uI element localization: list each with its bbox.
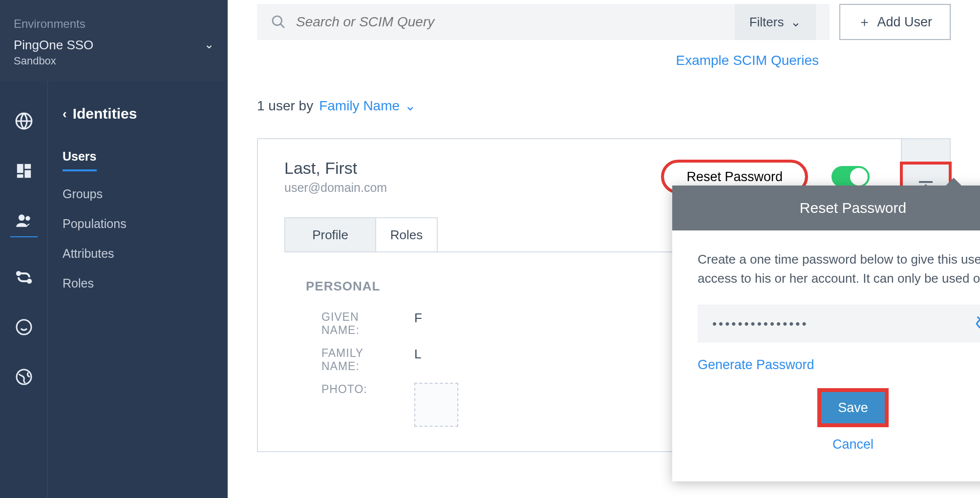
icon-rail [0,81,48,498]
back-caret-icon: ‹ [63,106,67,122]
svg-point-6 [25,216,30,221]
svg-rect-1 [17,164,23,173]
svg-point-5 [18,214,24,221]
search-wrapper: Filters ⌄ [257,4,830,40]
tab-roles[interactable]: Roles [375,217,438,251]
photo-placeholder [414,383,458,427]
filters-button[interactable]: Filters ⌄ [735,4,816,40]
sidebar-item-populations[interactable]: Populations [63,209,213,239]
add-user-button[interactable]: ＋ Add User [839,4,951,40]
environment-header: Environments PingOne SSO Sandbox ⌄ [0,0,228,81]
toolbar: Filters ⌄ ＋ Add User [257,0,951,44]
generate-password-link[interactable]: Generate Password [698,357,980,373]
sidebar-item-roles[interactable]: Roles [63,269,213,298]
save-button[interactable]: Save [821,392,885,423]
svg-rect-4 [17,174,23,178]
sidebar-item-groups[interactable]: Groups [63,179,213,209]
svg-rect-2 [24,164,31,169]
sidebar-item-users[interactable]: Users [63,142,213,179]
submenu-title[interactable]: ‹ Identities [63,105,213,122]
connections-icon[interactable] [14,268,34,287]
popover-header: Reset Password ✕ [672,186,980,230]
chevron-down-icon: ⌄ [790,15,801,30]
tab-profile[interactable]: Profile [284,217,376,251]
svg-point-9 [17,320,31,334]
environment-name: PingOne SSO [14,38,93,53]
family-name-label: FAMILY NAME: [321,347,385,373]
popover-description: Create a one time password below to give… [698,250,980,288]
result-count: 1 user by Family Name ⌄ [257,98,951,114]
search-icon [271,14,286,30]
family-name-value: L [414,347,421,373]
plus-icon: ＋ [858,13,871,31]
svg-point-11 [273,16,282,25]
dashboard-icon[interactable] [14,161,34,181]
search-input[interactable] [296,14,725,30]
environments-label: Environments [14,17,214,31]
experience-icon[interactable] [14,317,34,337]
password-input[interactable]: ••••••••••••••• [698,305,980,343]
photo-label: PHOTO: [321,383,385,427]
reset-password-popover: Reset Password ✕ Create a one time passw… [672,186,980,481]
globe-icon[interactable] [14,111,34,131]
given-name-value: F [414,311,422,337]
environment-selector[interactable]: PingOne SSO Sandbox ⌄ [14,38,214,67]
users-icon[interactable] [14,211,34,230]
eye-slash-icon[interactable] [975,314,980,333]
svg-point-8 [27,280,30,283]
main-content: Filters ⌄ ＋ Add User Example SCIM Querie… [228,0,980,498]
active-rail-indicator [10,236,38,237]
svg-point-7 [17,272,20,275]
example-scim-link[interactable]: Example SCIM Queries [257,53,951,68]
sort-selector[interactable]: Family Name ⌄ [319,98,416,114]
environment-subname: Sandbox [14,55,93,67]
user-enabled-toggle[interactable] [831,166,870,187]
cancel-link[interactable]: Cancel [832,437,873,452]
given-name-label: GIVEN NAME: [321,311,385,337]
user-display-name: Last, First [284,159,387,178]
sidebar: Environments PingOne SSO Sandbox ⌄ [0,0,228,498]
svg-rect-3 [24,170,31,178]
sidebar-item-attributes[interactable]: Attributes [63,239,213,269]
password-masked: ••••••••••••••• [712,316,809,332]
chevron-down-icon: ⌄ [405,98,416,114]
world-icon[interactable] [14,367,34,387]
chevron-down-icon: ⌄ [204,38,214,51]
submenu: ‹ Identities Users Groups Populations At… [48,81,228,498]
user-email: user@domain.com [284,181,387,195]
